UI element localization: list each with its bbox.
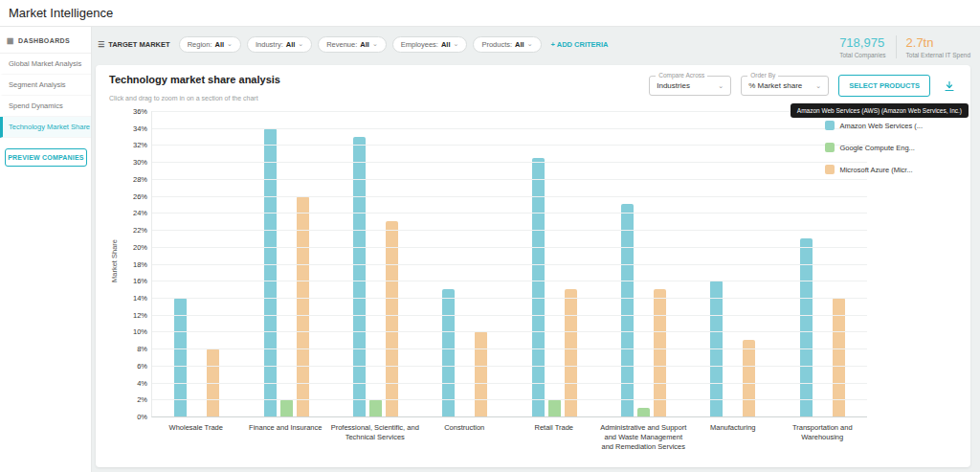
stat-value: 2.7tn bbox=[906, 35, 970, 50]
plot-area[interactable]: 0%2%4%6%8%10%12%14%16%18%20%22%24%26%28%… bbox=[151, 111, 867, 417]
x-label-cell: Transportation and Warehousing bbox=[778, 423, 868, 451]
add-criteria-button[interactable]: + ADD CRITERIA bbox=[551, 40, 609, 49]
summary-stats: 718,975Total Companies2.7tnTotal Externa… bbox=[830, 27, 980, 67]
x-axis-label: Professional, Scientific, and Technical … bbox=[330, 423, 420, 451]
compare-across-value: Industries bbox=[657, 81, 690, 90]
y-tick-label: 18% bbox=[116, 259, 147, 268]
y-tick-label: 10% bbox=[116, 327, 147, 336]
compare-across-select[interactable]: Compare Across Industries ⌄ bbox=[649, 76, 731, 96]
x-axis-label: Wholesale Trade bbox=[169, 423, 223, 451]
sidebar-item-segment-analysis[interactable]: Segment Analysis bbox=[0, 75, 91, 96]
sidebar-item-spend-dynamics[interactable]: Spend Dynamics bbox=[0, 96, 91, 117]
bar-amazon-web-services-finance-and-insurance[interactable] bbox=[264, 128, 277, 416]
gridline bbox=[152, 315, 867, 316]
bar-microsoft-azure-micr-retail-trade[interactable] bbox=[565, 289, 577, 416]
y-tick-label: 28% bbox=[116, 174, 147, 183]
y-tick-label: 14% bbox=[116, 293, 147, 302]
download-icon[interactable] bbox=[940, 77, 959, 96]
filter-chip-industry[interactable]: Industry:All⌄ bbox=[247, 36, 312, 53]
x-axis-label: Retail Trade bbox=[535, 423, 573, 451]
bar-microsoft-azure-micr-manufacturing[interactable] bbox=[743, 340, 755, 416]
chart-subtitle: Click and drag to zoom in on a section o… bbox=[109, 95, 258, 101]
chevron-down-icon: ⌄ bbox=[298, 40, 303, 48]
gridline bbox=[152, 213, 867, 214]
y-tick-label: 12% bbox=[116, 310, 147, 319]
x-axis-label: Manufacturing bbox=[710, 423, 756, 451]
legend-item-google-compute-eng[interactable]: Google Compute Eng... bbox=[825, 143, 923, 152]
gridline bbox=[152, 331, 867, 332]
gridline bbox=[152, 196, 867, 197]
x-label-cell: Professional, Scientific, and Technical … bbox=[330, 423, 420, 451]
bar-google-compute-eng-retail-trade[interactable] bbox=[548, 399, 561, 416]
bar-google-compute-eng-finance-and-insurance[interactable] bbox=[280, 399, 293, 416]
filter-chip-region[interactable]: Region:All⌄ bbox=[179, 36, 241, 53]
x-label-cell: Retail Trade bbox=[509, 423, 599, 451]
chevron-down-icon: ⌄ bbox=[372, 40, 378, 48]
sidebar: ▦ DASHBOARDS Global Market AnalysisSegme… bbox=[0, 27, 92, 472]
gridline bbox=[152, 264, 867, 265]
target-market-text: TARGET MARKET bbox=[108, 40, 169, 49]
chart-title: Technology market share analysis bbox=[109, 74, 280, 85]
bar-microsoft-azure-micr-professional-scientific-and-technical-services[interactable] bbox=[386, 221, 398, 416]
bar-google-compute-eng-administrative-and-support-and-waste-management-and-remediation-services[interactable] bbox=[637, 408, 650, 416]
chip-label: Employees: bbox=[401, 40, 438, 49]
chip-value: All bbox=[360, 40, 369, 49]
chevron-down-icon: ⌄ bbox=[527, 40, 533, 48]
select-products-button[interactable]: SELECT PRODUCTS bbox=[838, 75, 930, 97]
chart-card: Technology market share analysis Click a… bbox=[96, 65, 970, 467]
gridline bbox=[152, 162, 867, 163]
bar-microsoft-azure-micr-administrative-and-support-and-waste-management-and-remediation-services[interactable] bbox=[654, 289, 666, 416]
gridline bbox=[152, 247, 867, 248]
gridline bbox=[152, 298, 867, 299]
filter-chip-employees[interactable]: Employees:All⌄ bbox=[392, 36, 468, 53]
compare-across-label: Compare Across bbox=[656, 72, 707, 79]
legend-label: Amazon Web Services (... bbox=[839, 122, 923, 130]
preview-companies-button[interactable]: PREVIEW COMPANIES bbox=[5, 148, 87, 167]
y-tick-label: 32% bbox=[116, 141, 147, 149]
stat-total-external-it-spend: 2.7tnTotal External IT Spend bbox=[897, 35, 980, 58]
bar-amazon-web-services-construction[interactable] bbox=[442, 289, 455, 416]
x-label-cell: Wholesale Trade bbox=[151, 423, 241, 451]
x-label-cell: Administrative and Support and Waste Man… bbox=[599, 423, 689, 451]
app-header: Market Intelligence bbox=[0, 0, 980, 27]
x-axis-labels: Wholesale TradeFinance and InsuranceProf… bbox=[151, 423, 867, 451]
chevron-down-icon: ⌄ bbox=[815, 82, 821, 90]
filter-chip-revenue[interactable]: Revenue:All⌄ bbox=[318, 36, 387, 53]
sidebar-item-technology-market-share[interactable]: Technology Market Share bbox=[0, 117, 91, 138]
page-title: Market Intelligence bbox=[9, 0, 113, 27]
legend-item-microsoft-azure-micr[interactable]: Microsoft Azure (Micr... bbox=[825, 165, 923, 174]
gridline bbox=[152, 281, 867, 281]
x-label-cell: Manufacturing bbox=[688, 423, 778, 451]
stat-label: Total External IT Spend bbox=[906, 52, 970, 58]
bar-amazon-web-services-administrative-and-support-and-waste-management-and-remediation-services[interactable] bbox=[621, 204, 634, 416]
bar-microsoft-azure-micr-construction[interactable] bbox=[475, 331, 487, 416]
y-tick-label: 0% bbox=[116, 413, 147, 421]
gridline bbox=[152, 348, 867, 349]
y-tick-label: 34% bbox=[116, 124, 147, 132]
gridline bbox=[152, 383, 867, 384]
x-axis-label: Administrative and Support and Waste Man… bbox=[599, 423, 689, 451]
order-by-select[interactable]: Order By % Market share ⌄ bbox=[741, 76, 829, 96]
x-label-cell: Construction bbox=[420, 423, 510, 451]
chip-value: All bbox=[214, 40, 224, 49]
chip-value: All bbox=[286, 40, 296, 49]
bar-amazon-web-services-transportation-and-warehousing[interactable] bbox=[800, 238, 813, 416]
legend-item-amazon-web-services[interactable]: Amazon Web Services (... bbox=[825, 121, 923, 130]
chart-controls: Compare Across Industries ⌄ Order By % M… bbox=[649, 75, 959, 97]
sidebar-items: Global Market AnalysisSegment AnalysisSp… bbox=[0, 54, 91, 138]
filter-bar: ☰ TARGET MARKET Region:All⌄Industry:All⌄… bbox=[92, 27, 614, 61]
sidebar-item-global-market-analysis[interactable]: Global Market Analysis bbox=[0, 54, 91, 75]
x-axis-label: Transportation and Warehousing bbox=[778, 423, 868, 451]
gridline bbox=[152, 111, 867, 112]
order-by-label: Order By bbox=[747, 72, 778, 79]
y-tick-label: 36% bbox=[116, 107, 147, 116]
gridline bbox=[152, 179, 867, 180]
bar-google-compute-eng-professional-scientific-and-technical-services[interactable] bbox=[369, 399, 382, 416]
main-area: ☰ TARGET MARKET Region:All⌄Industry:All⌄… bbox=[92, 27, 980, 472]
y-tick-label: 2% bbox=[116, 395, 147, 404]
sidebar-section-header: ▦ DASHBOARDS bbox=[0, 27, 91, 54]
gridline bbox=[152, 399, 867, 400]
gridline bbox=[152, 145, 867, 146]
chart-tooltip: Amazon Web Services (AWS) (Amazon Web Se… bbox=[791, 103, 969, 118]
filter-chip-products[interactable]: Products:All⌄ bbox=[473, 36, 541, 53]
